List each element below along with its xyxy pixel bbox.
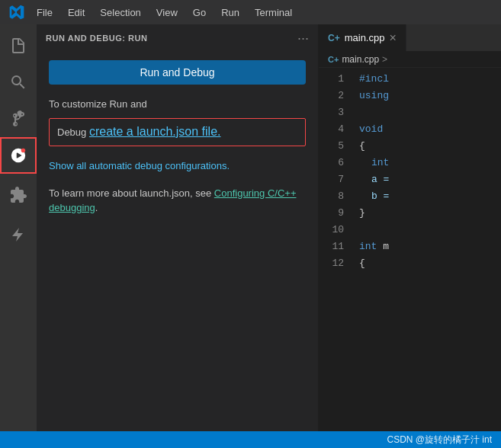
menu-view[interactable]: View	[150, 5, 184, 20]
svg-point-0	[21, 149, 25, 153]
breadcrumb-separator: >	[382, 54, 387, 65]
editor-area: C+ main.cpp × C+ main.cpp > 1 2 3 4 5 6 …	[319, 24, 501, 431]
code-line-10	[359, 222, 495, 238]
code-line-12: {	[359, 255, 495, 272]
editor-tabs: C+ main.cpp ×	[319, 24, 501, 51]
tab-close-button[interactable]: ×	[389, 31, 396, 45]
code-line-1: #incl	[359, 71, 495, 88]
show-debug-configs-link[interactable]: Show all automatic debug configurations.	[49, 158, 306, 174]
menu-edit[interactable]: Edit	[62, 5, 91, 20]
launch-json-box: Debug create a launch.json file.	[49, 118, 306, 147]
sidebar-header: RUN AND DEBUG: RUN ···	[37, 24, 318, 51]
code-line-2: using	[359, 88, 495, 104]
debug-run-icon[interactable]	[0, 137, 37, 174]
learn-more-text: To learn more about launch.json, see Con…	[49, 186, 306, 216]
tab-filename: main.cpp	[345, 32, 385, 43]
menubar: File Edit Selection View Go Run Terminal	[0, 0, 501, 24]
sidebar-content: Run and Debug To customize Run and Debug…	[37, 51, 318, 431]
menu-selection[interactable]: Selection	[94, 5, 146, 20]
code-line-7: a =	[359, 171, 495, 188]
activity-bar	[0, 24, 37, 431]
menu-run[interactable]: Run	[215, 5, 246, 20]
sidebar-panel-title: RUN AND DEBUG: RUN	[46, 34, 148, 43]
tab-cpp-icon: C+	[328, 33, 340, 43]
vscode-logo	[6, 2, 27, 23]
code-line-9: }	[359, 205, 495, 222]
extensions-icon[interactable]	[0, 177, 37, 213]
explorer-icon[interactable]	[0, 27, 37, 64]
code-line-4: void	[359, 121, 495, 138]
status-bar: CSDN @旋转的橘子汁 int	[0, 431, 501, 448]
code-line-6: int	[359, 155, 495, 171]
sidebar-panel: RUN AND DEBUG: RUN ··· Run and Debug To …	[37, 24, 319, 431]
menu-file[interactable]: File	[31, 5, 59, 20]
breadcrumb-file-icon: C+ main.cpp	[328, 54, 379, 65]
breadcrumb: C+ main.cpp >	[319, 51, 501, 68]
run-debug-button[interactable]: Run and Debug	[49, 60, 306, 85]
status-text: CSDN @旋转的橘子汁 int	[387, 434, 492, 446]
line-numbers: 1 2 3 4 5 6 7 8 9 10 11 12	[319, 68, 353, 431]
debug-prefix-text: Debug	[57, 126, 89, 138]
source-control-icon[interactable]	[0, 101, 37, 137]
code-editor: 1 2 3 4 5 6 7 8 9 10 11 12 #incl using v…	[319, 68, 501, 431]
code-content: #incl using void { int a = b = } int m {	[353, 68, 501, 431]
code-line-5: {	[359, 138, 495, 155]
menu-terminal[interactable]: Terminal	[249, 5, 298, 20]
code-line-11: int m	[359, 238, 495, 255]
customize-text: To customize Run and	[49, 97, 306, 112]
code-line-8: b =	[359, 188, 495, 205]
menu-go[interactable]: Go	[187, 5, 212, 20]
remote-icon[interactable]	[0, 216, 37, 253]
search-icon-activity[interactable]	[0, 64, 37, 101]
sidebar-more-button[interactable]: ···	[297, 31, 309, 45]
main-layout: RUN AND DEBUG: RUN ··· Run and Debug To …	[0, 24, 501, 431]
code-line-3	[359, 104, 495, 121]
editor-tab-main-cpp[interactable]: C+ main.cpp ×	[319, 24, 406, 51]
create-launch-json-link[interactable]: create a launch.json file.	[89, 125, 221, 138]
